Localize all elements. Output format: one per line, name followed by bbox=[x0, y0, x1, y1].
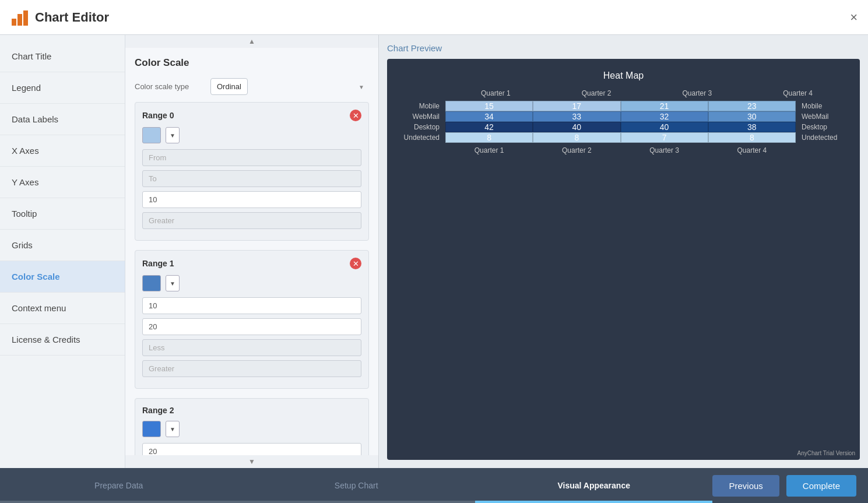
footer-step-visual-appearance[interactable]: Visual Appearance bbox=[475, 468, 712, 503]
main-body: Chart Title Legend Data Labels X Axes Y … bbox=[0, 35, 868, 468]
sidebar-item-context-menu[interactable]: Context menu bbox=[0, 293, 125, 324]
range-1-title: Range 1 bbox=[142, 259, 174, 268]
right-label-desktop: Desktop bbox=[796, 123, 848, 131]
heat-map-body: Mobile WebMail Desktop Undetected 15 17 … bbox=[399, 101, 848, 143]
range-1-color-dropdown[interactable]: ▼ bbox=[166, 275, 180, 291]
footer-step-prepare-data-label: Prepare Data bbox=[94, 481, 143, 490]
footer-step-setup-chart-bar bbox=[237, 501, 475, 503]
range-2-color-swatch[interactable] bbox=[142, 421, 161, 437]
footer-buttons: Previous Complete bbox=[712, 468, 868, 503]
range-1-from-input[interactable] bbox=[142, 297, 361, 314]
cell-undetected-q2: 8 bbox=[533, 132, 620, 143]
row-label-webmail: WebMail bbox=[399, 112, 445, 121]
row-label-undetected: Undetected bbox=[399, 133, 445, 142]
footer-step-setup-chart[interactable]: Setup Chart bbox=[237, 468, 475, 503]
range-0-block: Range 0 ✕ ▼ bbox=[135, 102, 369, 241]
cell-mobile-q3: 21 bbox=[621, 101, 708, 111]
heat-map-row-labels-right: Mobile WebMail Desktop Undetected bbox=[796, 101, 848, 143]
scroll-up-indicator[interactable]: ▲ bbox=[125, 35, 378, 48]
footer-step-visual-appearance-bar bbox=[475, 501, 712, 503]
range-0-color-swatch[interactable] bbox=[142, 127, 161, 143]
range-0-equal-input[interactable] bbox=[142, 191, 361, 208]
cell-webmail-q2: 33 bbox=[533, 111, 620, 122]
range-1-remove-button[interactable]: ✕ bbox=[350, 258, 361, 269]
color-scale-type-label: Color scale type bbox=[135, 82, 205, 91]
range-0-to-input[interactable] bbox=[142, 170, 361, 187]
chart-container: Heat Map Quarter 1 Quarter 2 Quarter 3 Q… bbox=[387, 59, 860, 460]
range-0-greater-input[interactable] bbox=[142, 212, 361, 229]
svg-rect-2 bbox=[23, 10, 28, 26]
middle-content: Color Scale Color scale type Ordinal Lin… bbox=[125, 48, 378, 455]
footer-step-prepare-data-bar bbox=[0, 501, 237, 503]
sidebar-item-x-axes[interactable]: X Axes bbox=[0, 135, 125, 167]
cell-webmail-q3: 32 bbox=[621, 111, 708, 122]
header-left: Chart Editor bbox=[10, 8, 109, 27]
middle-panel: ▲ Color Scale Color scale type Ordinal L… bbox=[125, 35, 379, 468]
sidebar: Chart Title Legend Data Labels X Axes Y … bbox=[0, 35, 125, 468]
range-0-color-row: ▼ bbox=[142, 127, 361, 143]
bottom-label-q1: Quarter 1 bbox=[445, 143, 533, 154]
sidebar-item-grids[interactable]: Grids bbox=[0, 230, 125, 261]
scroll-down-indicator[interactable]: ▼ bbox=[125, 455, 378, 468]
top-label-q1: Quarter 1 bbox=[445, 89, 546, 101]
sidebar-item-color-scale[interactable]: Color Scale bbox=[0, 261, 125, 293]
color-scale-type-select[interactable]: Ordinal Linear bbox=[210, 78, 248, 95]
sidebar-item-license-credits[interactable]: License & Credits bbox=[0, 324, 125, 356]
bottom-label-q2: Quarter 2 bbox=[533, 143, 620, 154]
range-2-block: Range 2 ▼ bbox=[135, 398, 369, 455]
sidebar-item-chart-title[interactable]: Chart Title bbox=[0, 41, 125, 72]
heat-map-top-labels: Quarter 1 Quarter 2 Quarter 3 Quarter 4 bbox=[445, 89, 848, 101]
sidebar-item-legend[interactable]: Legend bbox=[0, 72, 125, 104]
cell-webmail-q1: 34 bbox=[445, 111, 533, 122]
complete-button[interactable]: Complete bbox=[786, 475, 856, 497]
row-label-desktop: Desktop bbox=[399, 123, 445, 131]
range-1-color-row: ▼ bbox=[142, 275, 361, 291]
footer: Prepare Data Setup Chart Visual Appearan… bbox=[0, 468, 868, 503]
previous-button[interactable]: Previous bbox=[712, 475, 779, 497]
header: Chart Editor × bbox=[0, 0, 868, 35]
cell-desktop-q3: 40 bbox=[621, 122, 708, 132]
range-1-color-swatch[interactable] bbox=[142, 275, 161, 291]
range-2-color-dropdown[interactable]: ▼ bbox=[166, 421, 180, 437]
color-scale-type-select-wrapper: Ordinal Linear bbox=[210, 78, 369, 95]
sidebar-item-tooltip[interactable]: Tooltip bbox=[0, 198, 125, 230]
sidebar-item-data-labels[interactable]: Data Labels bbox=[0, 104, 125, 135]
top-label-q3: Quarter 3 bbox=[647, 89, 748, 101]
range-0-header: Range 0 ✕ bbox=[142, 110, 361, 121]
range-1-to-input[interactable] bbox=[142, 318, 361, 335]
row-label-mobile: Mobile bbox=[399, 102, 445, 110]
range-2-title: Range 2 bbox=[142, 406, 174, 415]
cell-undetected-q3: 7 bbox=[621, 132, 708, 143]
cell-undetected-q4: 8 bbox=[708, 132, 796, 143]
range-0-title: Range 0 bbox=[142, 111, 174, 120]
footer-step-setup-chart-label: Setup Chart bbox=[335, 481, 378, 490]
watermark: AnyChart Trial Version bbox=[797, 450, 856, 456]
heat-map-row-webmail: 34 33 32 30 bbox=[445, 111, 796, 122]
sidebar-item-y-axes[interactable]: Y Axes bbox=[0, 167, 125, 198]
heat-map-row-mobile: 15 17 21 23 bbox=[445, 101, 796, 111]
heat-map-bottom-labels: Quarter 1 Quarter 2 Quarter 3 Quarter 4 bbox=[445, 143, 796, 154]
cell-desktop-q2: 40 bbox=[533, 122, 620, 132]
close-button[interactable]: × bbox=[850, 11, 858, 24]
right-label-undetected: Undetected bbox=[796, 133, 848, 142]
range-2-from-input[interactable] bbox=[142, 443, 361, 455]
heat-map-row-desktop: 42 40 40 38 bbox=[445, 122, 796, 132]
range-1-greater-input[interactable] bbox=[142, 360, 361, 377]
heat-map-grid: 15 17 21 23 34 33 32 30 bbox=[445, 101, 796, 143]
top-label-q4: Quarter 4 bbox=[747, 89, 848, 101]
range-0-from-input[interactable] bbox=[142, 149, 361, 166]
range-0-remove-button[interactable]: ✕ bbox=[350, 110, 361, 121]
cell-mobile-q1: 15 bbox=[445, 101, 533, 111]
app-title: Chart Editor bbox=[35, 10, 109, 25]
preview-panel: Chart Preview Heat Map Quarter 1 Quarter… bbox=[379, 35, 868, 468]
range-1-block: Range 1 ✕ ▼ bbox=[135, 250, 369, 389]
range-0-color-dropdown[interactable]: ▼ bbox=[166, 127, 180, 143]
footer-step-prepare-data[interactable]: Prepare Data bbox=[0, 468, 237, 503]
right-label-mobile: Mobile bbox=[796, 102, 848, 110]
svg-rect-0 bbox=[12, 19, 16, 26]
range-1-less-input[interactable] bbox=[142, 339, 361, 356]
color-scale-type-row: Color scale type Ordinal Linear bbox=[135, 78, 369, 95]
bottom-label-q4: Quarter 4 bbox=[708, 143, 796, 154]
right-label-webmail: WebMail bbox=[796, 112, 848, 121]
app-window: Chart Editor × Chart Title Legend Data L… bbox=[0, 0, 868, 503]
